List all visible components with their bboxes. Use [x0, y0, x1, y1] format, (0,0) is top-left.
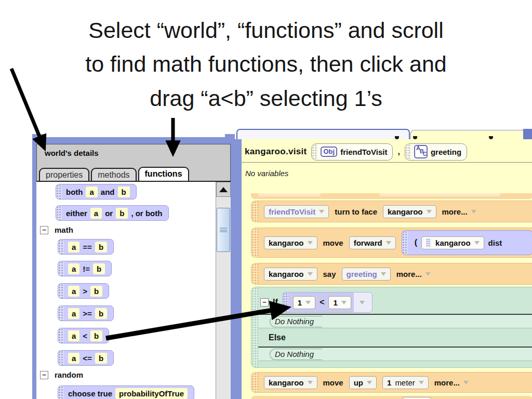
scroll-up-button[interactable] [216, 182, 231, 197]
if-condition-tile[interactable]: 1 < 1 [282, 292, 373, 313]
collapse-icon[interactable]: − [260, 298, 269, 307]
param-b: b [116, 208, 128, 219]
drag-handle-icon [312, 144, 317, 160]
what-dropdown[interactable]: greeting [342, 268, 391, 281]
chevron-down-icon[interactable] [360, 301, 365, 304]
subject-dropdown[interactable]: friendToVisit [264, 205, 329, 218]
more-dropdown[interactable]: more... [442, 207, 476, 216]
param-name: greeting [431, 148, 461, 156]
drag-handle-icon [426, 238, 431, 247]
direction-dropdown[interactable]: forward [349, 236, 396, 249]
function-tile-a-greaterequal-b[interactable]: a >= b [58, 305, 114, 321]
divider [242, 162, 532, 163]
rhs-dropdown[interactable]: 1 [328, 296, 351, 309]
else-keyword: Else [269, 333, 286, 342]
function-tile-either-a-or-b[interactable]: either a or b , or both [56, 205, 169, 221]
subject-dropdown[interactable]: kangaroo [264, 268, 317, 281]
title-line-2: to find math functions, then click and [0, 47, 532, 81]
slide-title: Select “world”, “functions” and scroll t… [0, 14, 532, 115]
amount-dropdown[interactable]: 1 meter [382, 376, 429, 389]
string-type-icon: A B C [414, 145, 428, 158]
function-tile-a-equals-b[interactable]: a == b [58, 239, 114, 255]
lhs-dropdown[interactable]: 1 [293, 296, 315, 309]
param-b: b [90, 286, 102, 297]
function-tile-choose-true[interactable]: choose true probabilityOfTrue [58, 385, 194, 399]
direction-dropdown[interactable]: up [349, 376, 377, 389]
details-tab-bar: properties methods functions [39, 167, 189, 181]
param-pill-greeting[interactable]: A B C greeting [405, 143, 467, 161]
param-pill-friendToVisit[interactable]: Obj friendToVisit [311, 143, 393, 161]
drag-handle-icon [58, 261, 64, 276]
function-tile-a-notequals-b[interactable]: a != b [58, 261, 112, 276]
object-type-icon: Obj [321, 147, 337, 157]
param-a: a [68, 286, 79, 297]
drag-handle-icon [58, 284, 64, 298]
statement-turn-to-face[interactable]: friendToVisit turn to face kangaroo more… [251, 201, 532, 222]
variables-note: No variables [245, 169, 288, 178]
function-tile-a-lessequal-b[interactable]: a <= b [58, 350, 114, 366]
chevron-down-icon [319, 210, 324, 214]
distance-expression-tile[interactable]: ( kangaroo dist [402, 230, 532, 255]
target-dropdown[interactable]: kangaroo [383, 205, 436, 218]
if-header: − If 1 < 1 [260, 292, 373, 313]
chevron-down-icon [341, 301, 347, 304]
param-b: b [93, 263, 105, 274]
param-b: b [118, 187, 130, 197]
statement-say[interactable]: kangaroo say greeting more... [251, 263, 532, 285]
scrollbar-thumb[interactable] [217, 208, 230, 252]
function-tile-a-greater-b[interactable]: a > b [58, 283, 109, 299]
world-details-header: world's details properties methods funct… [36, 144, 231, 181]
collapse-icon[interactable]: − [40, 371, 48, 379]
subject-dropdown[interactable]: kangaroo [264, 236, 317, 249]
expression-subject-dropdown[interactable]: kangaroo [421, 236, 484, 249]
drag-handle-icon [251, 373, 258, 392]
scroll-up-icon [219, 187, 228, 192]
chevron-down-icon [419, 381, 424, 384]
if-else-block[interactable]: − If 1 < 1 [251, 287, 532, 368]
function-tile-a-less-b[interactable]: a < b [58, 328, 109, 343]
drag-handle-icon [251, 287, 258, 367]
subject-dropdown[interactable]: kangaroo [264, 376, 317, 389]
collapse-icon[interactable]: − [40, 226, 48, 234]
chevron-down-icon [305, 301, 311, 304]
tab-properties[interactable]: properties [39, 168, 89, 181]
editor-tab-partial-right[interactable] [410, 130, 532, 139]
statement-partial-top[interactable] [251, 193, 532, 199]
world-details-title: world's details [45, 149, 99, 157]
tab-functions[interactable]: functions [138, 167, 189, 181]
function-tile-both-a-and-b[interactable]: both a and b [56, 184, 137, 200]
operator-label: < [317, 298, 327, 307]
drag-handle-icon [402, 231, 408, 255]
param-a: a [68, 263, 79, 274]
tab-methods[interactable]: methods [91, 168, 136, 181]
title-line-3: drag “a<b” selecting 1’s [0, 82, 532, 115]
comma: , [397, 147, 400, 156]
statement-partial-bottom[interactable] [251, 396, 532, 399]
panel-left-border [235, 139, 242, 399]
scrollbar[interactable] [216, 182, 231, 399]
drag-handle-icon [58, 351, 64, 365]
functions-list: both a and b either a or b , or both − m… [36, 181, 231, 399]
drag-handle-icon [58, 306, 64, 321]
statement-move-up[interactable]: kangaroo move up 1 meter more... [251, 372, 532, 393]
chevron-down-icon [471, 210, 476, 214]
thumb-grip-icon [220, 228, 227, 232]
param-a: a [68, 308, 79, 319]
chevron-down-icon [427, 210, 432, 214]
panel-corner [523, 129, 532, 140]
group-random: − random [40, 370, 83, 379]
if-keyword: If [273, 298, 278, 307]
else-drop-area[interactable]: Do Nothing [258, 347, 532, 361]
more-dropdown[interactable]: more... [434, 378, 469, 387]
verb-label: move [323, 378, 343, 387]
drag-handle-icon [56, 206, 62, 220]
editor-tab-partial-left[interactable] [236, 129, 410, 139]
more-dropdown[interactable]: more... [396, 270, 431, 278]
param-a: a [90, 208, 102, 219]
chevron-down-icon [474, 241, 480, 245]
method-name: kangaroo.visit [245, 147, 307, 157]
chevron-down-icon [463, 381, 469, 384]
statement-move-forward[interactable]: kangaroo move forward ( kangaroo [251, 228, 532, 258]
then-drop-area[interactable]: Do Nothing [258, 314, 532, 328]
method-editor-panel: kangaroo.visit Obj friendToVisit , A B C… [235, 129, 532, 399]
